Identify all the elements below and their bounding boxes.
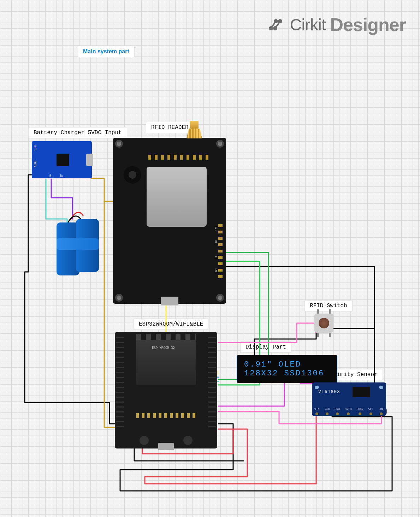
oled-line2: 128X32 SSD1306 bbox=[244, 369, 330, 378]
micro-usb-icon bbox=[158, 443, 174, 450]
pin-label: 2v8 bbox=[325, 408, 330, 416]
micro-usb-icon bbox=[161, 297, 178, 305]
label-rfid-switch[interactable]: RFID Switch bbox=[304, 300, 353, 311]
pcb-antenna-icon bbox=[136, 334, 196, 340]
rfid-pin-label: RXD bbox=[214, 240, 217, 245]
charger-silk: B- bbox=[49, 174, 53, 178]
svg-point-3 bbox=[279, 20, 282, 23]
proximity-pin-row: VIN 2v8 GND GPIO SHDN SCL SDA bbox=[312, 408, 386, 416]
tof-sensor-icon bbox=[353, 387, 370, 397]
label-display[interactable]: Display Part bbox=[240, 341, 291, 353]
esp32-board[interactable]: ESP-WROOM-32 bbox=[115, 332, 217, 448]
buzzer-icon bbox=[124, 166, 141, 184]
proximity-sensor-board[interactable]: VL6180X VIN 2v8 GND GPIO SHDN SCL SDA bbox=[312, 382, 386, 416]
boot-button-icon bbox=[183, 436, 193, 445]
proximity-chip-name: VL6180X bbox=[318, 389, 340, 394]
pin-label: GPIO bbox=[345, 408, 351, 416]
pin-label: SDA bbox=[378, 408, 383, 416]
battery-wrap-icon bbox=[57, 238, 99, 250]
pin-label: SCL bbox=[368, 408, 373, 416]
rfid-pin-label: 3V3 bbox=[214, 226, 217, 231]
pin-header-icon bbox=[116, 337, 124, 429]
en-button-icon bbox=[140, 436, 149, 445]
charger-silk: B+ bbox=[60, 174, 64, 178]
mounting-hole-icon bbox=[115, 294, 123, 302]
mounting-hole-icon bbox=[216, 294, 224, 302]
section-title[interactable]: Main system part bbox=[78, 46, 135, 57]
pin-header-icon bbox=[148, 155, 208, 160]
mounting-hole-icon bbox=[216, 140, 224, 148]
charger-usb-icon bbox=[86, 154, 93, 166]
pin-header-icon bbox=[218, 224, 223, 281]
charger-ic-icon bbox=[57, 154, 69, 166]
label-esp32[interactable]: ESP32WROOM/WIFI&BLE bbox=[134, 319, 208, 330]
pin-header-icon bbox=[208, 337, 216, 429]
pin-label: GND bbox=[335, 408, 339, 416]
brand-logo: Cirkit Designer bbox=[269, 14, 406, 35]
svg-point-0 bbox=[270, 27, 272, 30]
battery-pack[interactable] bbox=[57, 219, 102, 279]
switch-leg-icon bbox=[317, 309, 319, 314]
mounting-hole-icon bbox=[115, 140, 123, 148]
switch-leg-icon bbox=[329, 309, 331, 314]
rfid-pin-label: GND bbox=[214, 268, 217, 273]
esp32-module-name: ESP-WROOM-32 bbox=[152, 346, 175, 350]
charger-silk: OUT+ bbox=[33, 161, 36, 167]
switch-leg-icon bbox=[317, 333, 319, 337]
rfid-reader-board[interactable]: 3V3 RXD TXD GND bbox=[113, 138, 226, 304]
pin-label: VIN bbox=[314, 408, 319, 416]
pin-label: SHDN bbox=[356, 408, 363, 416]
label-charger[interactable]: Battery Charger 5VDC Input bbox=[28, 127, 127, 138]
charger-silk: OUT- bbox=[33, 145, 36, 151]
esp32-module-icon: ESP-WROOM-32 bbox=[136, 339, 196, 385]
brand-name: Cirkit bbox=[290, 15, 326, 34]
rfid-switch-button[interactable] bbox=[314, 314, 333, 333]
rf-shield-icon bbox=[147, 167, 207, 227]
mounting-hole-icon bbox=[378, 384, 384, 391]
pin-header-icon bbox=[136, 413, 196, 418]
svg-point-2 bbox=[274, 27, 277, 30]
brand-product: Designer bbox=[330, 14, 406, 35]
charger-board[interactable]: OUT- OUT+ B- B+ bbox=[32, 141, 92, 178]
switch-leg-icon bbox=[329, 333, 331, 337]
sma-antenna-icon bbox=[184, 121, 205, 145]
oled-line1: 0.91" OLED bbox=[244, 360, 330, 369]
oled-display[interactable]: 0.91" OLED 128X32 SSD1306 bbox=[237, 355, 337, 383]
rfid-pin-label: TXD bbox=[214, 254, 217, 259]
brand-icon bbox=[269, 16, 286, 33]
svg-point-1 bbox=[274, 20, 277, 23]
